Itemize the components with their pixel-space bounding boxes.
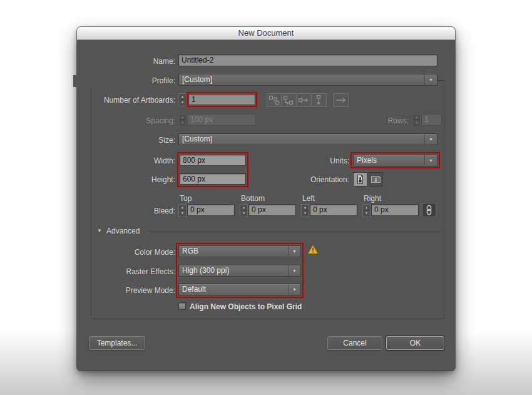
- warning-icon: [307, 244, 319, 255]
- rows-stepper: ▲ ▼: [412, 114, 421, 127]
- bleed-left-stepper[interactable]: ▲ ▼: [301, 204, 309, 217]
- stepper-up-icon[interactable]: ▲: [302, 205, 309, 210]
- stepper-down-icon[interactable]: ▼: [240, 210, 247, 216]
- color-mode-warning: [307, 244, 319, 255]
- dialog-title: New Document: [77, 27, 455, 40]
- width-label: Width:: [77, 155, 175, 167]
- size-value: [Custom]: [182, 135, 212, 143]
- right-arrow-icon: [336, 98, 345, 103]
- stepper-up-icon[interactable]: ▲: [179, 205, 186, 210]
- spacing-label: Spacing:: [77, 115, 175, 127]
- name-label: Name:: [77, 56, 175, 68]
- artboards-input[interactable]: 1: [188, 94, 255, 105]
- height-input[interactable]: 600 px: [180, 173, 246, 185]
- chevron-down-icon: ▼: [288, 265, 300, 276]
- spacing-stepper: ▲ ▼: [178, 114, 187, 127]
- spacing-input: 100 px: [187, 114, 256, 126]
- height-label: Height:: [77, 174, 175, 186]
- orientation-landscape-button[interactable]: [369, 172, 383, 187]
- color-mode-value: RGB: [182, 247, 198, 255]
- preview-mode-value: Default: [182, 285, 206, 294]
- orientation-label: Orientation:: [293, 174, 349, 186]
- bleed-left-header: Left: [302, 194, 315, 203]
- chevron-down-icon: ▼: [288, 246, 300, 257]
- grid-by-row-icon: [270, 96, 279, 105]
- link-icon: [422, 203, 436, 217]
- preview-mode-label: Preview Mode:: [77, 285, 175, 297]
- artboards-label: Number of Artboards:: [77, 95, 175, 106]
- bleed-bottom-stepper[interactable]: ▲ ▼: [240, 204, 248, 217]
- color-mode-dropdown[interactable]: RGB ▼: [178, 245, 301, 257]
- arrange-by-row-button: [297, 93, 312, 107]
- stepper-down-icon[interactable]: ▼: [302, 210, 309, 216]
- arrange-by-column-button: [312, 93, 327, 107]
- rows-label: Rows:: [352, 115, 409, 127]
- align-pixel-grid-checkbox[interactable]: [178, 302, 186, 310]
- stepper-up-icon: ▲: [179, 115, 186, 120]
- units-value: Pixels: [357, 156, 377, 165]
- bleed-top-input[interactable]: 0 px: [187, 204, 235, 216]
- orientation-portrait-button[interactable]: [353, 172, 367, 187]
- grid-by-row-button: [267, 93, 282, 107]
- grid-by-column-icon: [284, 96, 293, 105]
- profile-dropdown[interactable]: [Custom] ▼: [178, 74, 437, 86]
- artboards-stepper[interactable]: ▲ ▼: [178, 93, 187, 106]
- layout-direction-button: [333, 93, 349, 107]
- arrange-by-column-icon: [317, 96, 320, 105]
- bleed-bottom-input[interactable]: 0 px: [248, 204, 296, 216]
- cancel-button[interactable]: Cancel: [327, 336, 382, 350]
- size-label: Size:: [77, 135, 175, 146]
- portrait-page-icon: [354, 173, 367, 186]
- chevron-down-icon: ▼: [288, 284, 300, 295]
- bleed-top-stepper[interactable]: ▲ ▼: [178, 204, 187, 217]
- stepper-up-icon[interactable]: ▲: [179, 94, 186, 100]
- bleed-right-header: Right: [364, 194, 381, 203]
- stepper-down-icon[interactable]: ▼: [179, 210, 186, 216]
- chevron-down-icon: ▼: [424, 155, 437, 166]
- chevron-down-icon: ▼: [424, 74, 437, 85]
- stepper-down-icon[interactable]: ▼: [363, 210, 370, 216]
- templates-button[interactable]: Templates...: [89, 336, 145, 350]
- advanced-disclosure-icon[interactable]: ▼: [97, 228, 102, 233]
- landscape-page-icon: [369, 173, 382, 186]
- size-dropdown[interactable]: [Custom] ▼: [178, 133, 437, 145]
- bleed-bottom-header: Bottom: [241, 194, 265, 203]
- stepper-up-icon: ▲: [413, 115, 420, 120]
- arrange-by-row-icon: [299, 99, 308, 102]
- stepper-down-icon[interactable]: ▼: [179, 100, 186, 105]
- profile-label: Profile:: [73, 75, 179, 87]
- advanced-section-label[interactable]: Advanced: [106, 227, 140, 235]
- bleed-right-stepper[interactable]: ▲ ▼: [362, 204, 371, 217]
- bleed-right-input[interactable]: 0 px: [371, 204, 419, 216]
- bleed-top-header: Top: [180, 194, 192, 203]
- width-input[interactable]: 800 px: [180, 155, 246, 166]
- raster-effects-dropdown[interactable]: High (300 ppi) ▼: [178, 265, 301, 277]
- stepper-up-icon[interactable]: ▲: [240, 205, 247, 210]
- align-pixel-grid-label[interactable]: Align New Objects to Pixel Grid: [190, 302, 302, 311]
- units-label: Units:: [293, 155, 349, 167]
- rows-input: 1: [421, 114, 442, 126]
- advanced-divider: [148, 231, 442, 232]
- bleed-label: Bleed:: [77, 205, 175, 217]
- stepper-down-icon: ▼: [179, 120, 186, 126]
- raster-effects-value: High (300 ppi): [182, 266, 229, 275]
- stepper-down-icon: ▼: [413, 120, 420, 126]
- chevron-down-icon: ▼: [424, 134, 437, 145]
- profile-value: [Custom]: [182, 75, 212, 84]
- stepper-up-icon[interactable]: ▲: [363, 205, 370, 210]
- name-input[interactable]: Untitled-2: [178, 54, 437, 66]
- new-document-dialog: New Document Name: Untitled-2 Profile: […: [77, 27, 455, 371]
- units-dropdown[interactable]: Pixels ▼: [353, 155, 437, 167]
- ok-button[interactable]: OK: [386, 336, 444, 350]
- bleed-left-input[interactable]: 0 px: [310, 204, 357, 216]
- raster-effects-label: Raster Effects:: [77, 266, 175, 278]
- link-bleed-values-button[interactable]: [422, 203, 436, 217]
- preview-mode-dropdown[interactable]: Default ▼: [178, 284, 301, 295]
- color-mode-label: Color Mode:: [77, 247, 175, 259]
- grid-by-column-button: [282, 93, 297, 107]
